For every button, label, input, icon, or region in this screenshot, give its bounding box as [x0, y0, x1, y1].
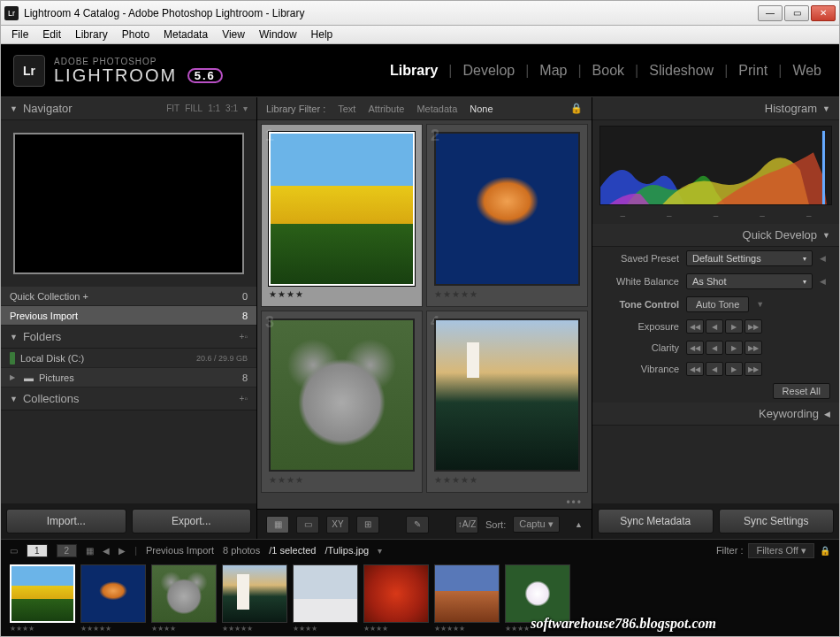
import-button[interactable]: Import...	[6, 509, 126, 533]
source-label[interactable]: Previous Import	[146, 545, 214, 556]
autotone-button[interactable]: Auto Tone	[686, 296, 749, 312]
rating-stars[interactable]: ★★★★★	[222, 623, 287, 633]
monitor-icon[interactable]: ▭	[10, 546, 18, 556]
module-book[interactable]: Book	[587, 59, 630, 82]
identity-plate: Lr ADOBE PHOTOSHOP LIGHTROOM 5.6 Library…	[1, 44, 839, 97]
catalog-quick-collection[interactable]: Quick Collection +0	[1, 287, 256, 306]
menu-file[interactable]: File	[4, 27, 35, 42]
sort-select[interactable]: Captu ▾	[513, 516, 559, 533]
filter-attribute[interactable]: Attribute	[368, 104, 404, 114]
filter-lock-icon[interactable]: 🔒	[570, 103, 583, 114]
rating-stars[interactable]: ★★★★	[269, 472, 415, 485]
menu-window[interactable]: Window	[252, 27, 304, 42]
chevron-left-icon[interactable]: ◀	[820, 277, 830, 286]
chevron-left-icon[interactable]: ◀	[820, 254, 830, 263]
resetall-button[interactable]: Reset All	[773, 383, 830, 399]
rating-stars[interactable]: ★★★★	[10, 623, 75, 633]
nav-fill[interactable]: FILL	[185, 104, 202, 113]
filter-metadata[interactable]: Metadata	[416, 104, 457, 114]
view-loupe-icon[interactable]: ▭	[296, 516, 319, 533]
menu-help[interactable]: Help	[304, 27, 340, 42]
rating-stars[interactable]: ★★★★	[269, 286, 415, 299]
module-slideshow[interactable]: Slideshow	[644, 59, 719, 82]
grid-icon[interactable]: ▦	[86, 546, 94, 556]
folders-header[interactable]: ▼ Folders +▫	[1, 326, 256, 349]
filter-text[interactable]: Text	[338, 104, 355, 114]
painter-icon[interactable]: ✎	[406, 516, 429, 533]
back-icon[interactable]: ◀	[103, 546, 110, 556]
module-develop[interactable]: Develop	[457, 59, 520, 82]
view-compare-icon[interactable]: XY	[326, 516, 349, 533]
menu-view[interactable]: View	[215, 27, 252, 42]
filmstrip-thumb[interactable]: ★★★★	[151, 564, 217, 633]
view-survey-icon[interactable]: ⊞	[356, 516, 379, 533]
filmstrip-thumb[interactable]: ★★★★	[293, 564, 358, 633]
rating-stars[interactable]: ★★★★	[151, 623, 217, 633]
view-grid-icon[interactable]: ▦	[266, 516, 289, 533]
histogram[interactable]	[599, 126, 832, 205]
menu-photo[interactable]: Photo	[115, 27, 157, 42]
nav-3to1[interactable]: 3:1	[225, 104, 238, 113]
grid-cell[interactable]: 1 ★★★★	[261, 124, 423, 307]
menu-metadata[interactable]: Metadata	[157, 27, 215, 42]
nav-fit[interactable]: FIT	[166, 104, 179, 113]
module-web[interactable]: Web	[787, 59, 827, 82]
filter-none[interactable]: None	[470, 104, 493, 114]
toolbar-expand-icon[interactable]: ▲	[575, 520, 583, 529]
filmstrip-filter-select[interactable]: Filters Off ▾	[748, 543, 814, 558]
keywording-header[interactable]: Keywording◀	[592, 403, 839, 426]
rating-stars[interactable]: ★★★★★	[434, 286, 580, 299]
sync-settings-button[interactable]: Sync Settings	[719, 509, 835, 533]
filmstrip-thumb[interactable]: ★★★★★	[80, 564, 146, 633]
filmstrip-thumb[interactable]: ★★★★★	[222, 564, 287, 633]
secondary-display-2[interactable]: 2	[57, 544, 78, 557]
menu-edit[interactable]: Edit	[35, 27, 68, 42]
filter-lock-icon[interactable]: 🔒	[820, 546, 830, 556]
filmstrip-thumb[interactable]: ★★★★	[10, 564, 75, 633]
navigator-header[interactable]: ▼ Navigator FIT FILL 1:1 3:1 ▾	[1, 97, 256, 120]
sync-metadata-button[interactable]: Sync Metadata	[598, 509, 714, 533]
folder-item[interactable]: ▶ ▬ Pictures 8	[1, 368, 256, 388]
rating-stars[interactable]: ★★★★★	[434, 472, 580, 485]
chevron-left-icon: ◀	[824, 410, 830, 418]
rating-stars[interactable]: ★★★★	[363, 623, 429, 633]
add-folder-icon[interactable]: +▫	[240, 332, 248, 342]
folder-drive[interactable]: Local Disk (C:) 20.6 / 29.9 GB	[1, 349, 256, 368]
rating-stars[interactable]: ★★★★	[293, 623, 358, 633]
secondary-display-1[interactable]: 1	[27, 544, 48, 557]
collections-header[interactable]: ▼ Collections +▫	[1, 388, 256, 411]
navigator-preview[interactable]	[1, 120, 256, 287]
grid-overflow-icon[interactable]: •••	[257, 496, 592, 509]
maximize-button[interactable]: ▭	[784, 5, 809, 21]
exposure-stepper[interactable]: ◀◀◀▶▶▶	[686, 319, 762, 334]
chevron-down-icon[interactable]: ▾	[378, 546, 382, 556]
grid-cell[interactable]: 3 ★★★★	[261, 311, 423, 494]
preset-select[interactable]: Default Settings▾	[686, 250, 813, 266]
chevron-down-icon[interactable]: ▼	[756, 300, 767, 309]
vibrance-stepper[interactable]: ◀◀◀▶▶▶	[686, 362, 762, 376]
clarity-stepper[interactable]: ◀◀◀▶▶▶	[686, 341, 762, 355]
menu-library[interactable]: Library	[68, 27, 115, 42]
rating-stars[interactable]: ★★★★★	[434, 623, 500, 633]
filmstrip-thumb[interactable]: ★★★★	[363, 564, 429, 633]
nav-1to1[interactable]: 1:1	[208, 104, 220, 113]
export-button[interactable]: Export...	[132, 509, 252, 533]
rating-stars[interactable]: ★★★★★	[80, 623, 146, 633]
add-collection-icon[interactable]: +▫	[240, 394, 248, 403]
module-map[interactable]: Map	[534, 59, 572, 82]
catalog-previous-import[interactable]: Previous Import8	[1, 306, 256, 326]
forward-icon[interactable]: ▶	[118, 546, 126, 556]
close-button[interactable]: ✕	[811, 5, 836, 21]
chevron-down-icon[interactable]: ▾	[243, 104, 248, 113]
module-library[interactable]: Library	[385, 59, 443, 82]
minimize-button[interactable]: —	[758, 5, 783, 21]
histogram-header[interactable]: Histogram▼	[592, 97, 839, 120]
sort-direction-icon[interactable]: ↕A/Z	[455, 516, 478, 533]
whitebalance-select[interactable]: As Shot▾	[686, 273, 813, 289]
collapse-icon: ▼	[10, 395, 18, 403]
grid-cell[interactable]: 4 ★★★★★	[426, 311, 588, 494]
module-print[interactable]: Print	[733, 59, 773, 82]
quickdevelop-header[interactable]: Quick Develop▼	[592, 224, 839, 247]
filmstrip-thumb[interactable]: ★★★★★	[434, 564, 500, 633]
grid-cell[interactable]: 2 ★★★★★	[426, 124, 588, 307]
